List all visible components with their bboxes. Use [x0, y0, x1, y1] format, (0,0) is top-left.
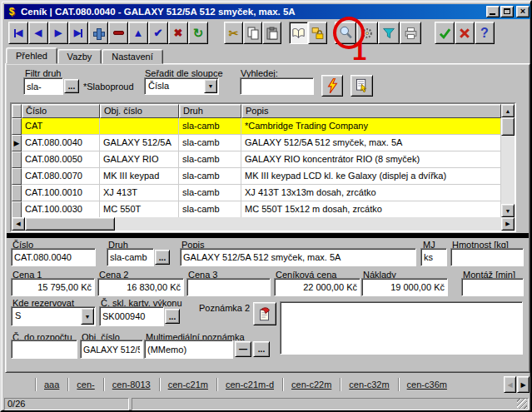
- tab-vazby[interactable]: Vazby: [57, 49, 102, 64]
- vscroll-up-button[interactable]: ▲: [501, 104, 515, 117]
- tab-prehled[interactable]: Přehled: [6, 47, 57, 64]
- table-row[interactable]: CAT.080.0070 MK III keypad sla-camb MK I…: [12, 168, 501, 185]
- refresh-button[interactable]: ↻: [188, 22, 208, 44]
- edit-record-button[interactable]: ▲: [128, 22, 148, 44]
- minimize-button[interactable]: [486, 6, 500, 17]
- mmemo-ellipsis-button[interactable]: ...: [253, 341, 270, 357]
- sort-dropdown-arrow-icon[interactable]: ▼: [204, 79, 217, 93]
- sort-dropdown[interactable]: Čísla ▼: [144, 77, 219, 95]
- nav-first-icon: ◀: [14, 27, 22, 38]
- column-header-popis[interactable]: Popis: [241, 104, 501, 118]
- mmemo-field[interactable]: [144, 340, 233, 359]
- table-row[interactable]: CAT.080.0050 GALAXY RIO sla-camb GALAXY …: [12, 151, 501, 168]
- cena3-field[interactable]: [186, 278, 271, 296]
- hscroll-thumb[interactable]: [25, 217, 115, 231]
- title-bar[interactable]: $ Ceník | CAT.080.0040 - GALAXY 512/5A 5…: [4, 4, 531, 19]
- maximize-button[interactable]: [500, 6, 514, 17]
- dataset-link-aaa[interactable]: aaa: [44, 380, 59, 390]
- filter-button[interactable]: [378, 22, 400, 44]
- note-icon: [257, 306, 272, 322]
- copy-button[interactable]: [243, 22, 262, 44]
- row-indicator: [12, 201, 22, 218]
- kde-rezervovat-dropdown[interactable]: S ▼: [11, 306, 96, 326]
- record-counter: 0/26: [7, 399, 25, 409]
- nav-prior-button[interactable]: ◀: [28, 22, 48, 44]
- dataset-link-cen[interactable]: cen-: [77, 380, 94, 390]
- cena2-field[interactable]: [97, 278, 184, 296]
- locate-record-button[interactable]: [351, 75, 373, 97]
- question-mark-icon: ?: [480, 27, 489, 40]
- close-button[interactable]: ×: [516, 6, 530, 17]
- nav-separator: [216, 378, 217, 391]
- table-row[interactable]: CAT sla-camb *Cambridge Trading Company: [12, 118, 501, 135]
- column-header-druh[interactable]: Druh: [179, 104, 241, 118]
- app-icon: $: [6, 6, 17, 17]
- dataset-link-cen-8013[interactable]: cen-8013: [112, 380, 151, 390]
- table-row[interactable]: CAT.100.0030 MC 550T sla-camb MC 550T 15…: [12, 201, 501, 218]
- vscroll-down-button[interactable]: ▼: [501, 204, 515, 217]
- naklady-field[interactable]: [361, 278, 448, 296]
- poznamka2-memo[interactable]: [280, 301, 523, 355]
- poznamka2-button[interactable]: [253, 302, 276, 325]
- maximize-icon: [504, 8, 510, 14]
- popis-field[interactable]: [180, 248, 416, 266]
- column-header-cislo[interactable]: Číslo: [22, 104, 100, 118]
- minus-icon: [113, 31, 124, 35]
- close-icon: ×: [517, 6, 529, 16]
- hscroll-right-button[interactable]: ▶: [501, 217, 515, 231]
- grid-header: Číslo Obj. číslo Druh Popis: [12, 104, 501, 118]
- druh-field[interactable]: [107, 248, 154, 266]
- dataset-link-cen-c22m[interactable]: cen-c22m: [291, 380, 331, 390]
- nav-next-button[interactable]: ▶: [48, 22, 68, 44]
- obj-cislo-field[interactable]: [80, 340, 143, 359]
- hscroll-left-button[interactable]: ◀: [12, 217, 25, 231]
- grid-corner-cell[interactable]: [12, 104, 22, 118]
- lightning-icon: [326, 78, 338, 93]
- druh-ellipsis-button[interactable]: ...: [155, 250, 170, 265]
- nav-first-button[interactable]: ◀: [8, 22, 28, 44]
- dataset-link-cen-c21m-d[interactable]: cen-c21m-d: [226, 380, 274, 390]
- dataset-link-cen-c32m[interactable]: cen-c32m: [349, 380, 389, 390]
- lock-button[interactable]: [308, 22, 327, 44]
- cut-button[interactable]: ✂: [224, 22, 243, 44]
- hmotnost-field[interactable]: [450, 248, 524, 266]
- rozpocet-field[interactable]: [11, 340, 77, 359]
- green-check-icon: [438, 27, 452, 40]
- cislo-field[interactable]: [11, 248, 96, 266]
- insert-record-button[interactable]: [88, 22, 108, 44]
- skl-karta-ellipsis-button[interactable]: ...: [165, 309, 180, 324]
- cancel-record-button[interactable]: ✖: [168, 22, 188, 44]
- nav-last-button[interactable]: ▶: [68, 22, 88, 44]
- kde-dropdown-arrow-icon[interactable]: ▼: [81, 308, 94, 325]
- dataset-link-cen-c36m[interactable]: cen-c36m: [407, 380, 447, 390]
- search-input[interactable]: [240, 77, 314, 95]
- montaz-field[interactable]: [461, 278, 524, 296]
- table-row[interactable]: CAT.100.0010 XJ 413T sla-camb XJ 413T 13…: [12, 185, 501, 201]
- book-view-button[interactable]: [289, 22, 308, 44]
- search-execute-button[interactable]: [321, 75, 343, 97]
- dataset-link-cen-c21m[interactable]: cen-c21m: [168, 380, 208, 390]
- cancel-button[interactable]: [455, 22, 475, 44]
- ok-button[interactable]: [435, 22, 455, 44]
- form-cursor-icon: [355, 78, 369, 93]
- delete-record-button[interactable]: [108, 22, 128, 44]
- skl-karta-field[interactable]: [99, 306, 164, 326]
- print-button[interactable]: [400, 22, 421, 44]
- mj-field[interactable]: [420, 248, 447, 266]
- filtr-druh-input[interactable]: [23, 77, 63, 95]
- post-record-button[interactable]: ✔: [148, 22, 168, 44]
- paste-icon: [266, 27, 279, 40]
- mmemo-minus-button[interactable]: —: [235, 341, 251, 357]
- help-button[interactable]: ?: [475, 22, 495, 44]
- column-header-obj-cislo[interactable]: Obj. číslo: [100, 104, 179, 118]
- resize-grip[interactable]: [517, 399, 527, 409]
- cena1-field[interactable]: [11, 278, 95, 296]
- cenikova-field[interactable]: [274, 278, 360, 296]
- post-check-icon: ✔: [154, 27, 163, 38]
- grid-detail-splitter[interactable]: [7, 233, 529, 238]
- filtr-druh-ellipsis-button[interactable]: ...: [64, 79, 79, 93]
- table-row[interactable]: ▶ CAT.080.0040 GALAXY 512/5A sla-camb GA…: [12, 135, 501, 151]
- tab-nastaveni[interactable]: Nastavení: [102, 49, 163, 64]
- paste-button[interactable]: [262, 22, 281, 44]
- vscroll-thumb[interactable]: [501, 117, 515, 136]
